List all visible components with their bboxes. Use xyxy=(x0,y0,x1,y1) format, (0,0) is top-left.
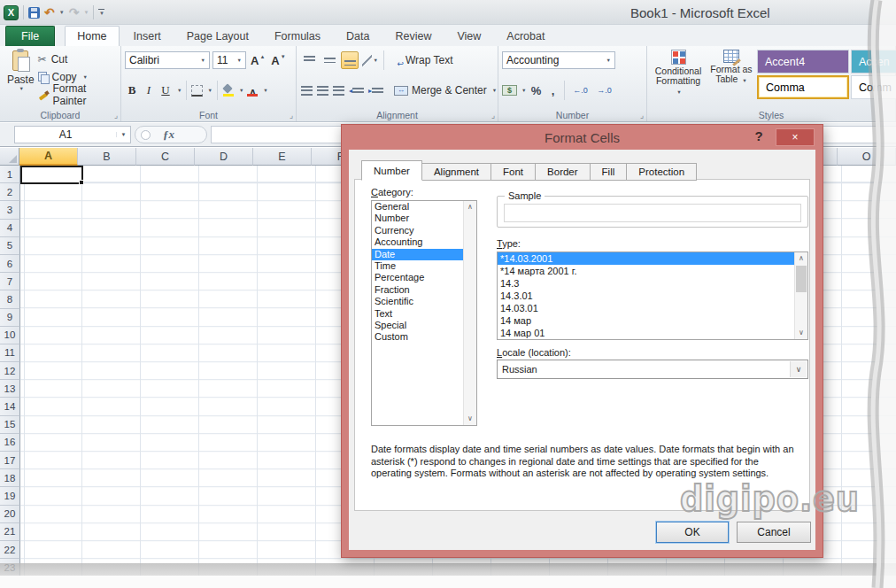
align-bottom-button[interactable] xyxy=(341,51,359,69)
undo-dropdown-icon[interactable]: ▼ xyxy=(59,10,65,15)
name-box[interactable]: A1 ▼ xyxy=(14,126,131,143)
excel-app-icon[interactable]: X xyxy=(4,5,19,20)
dialog-tab[interactable]: Fill xyxy=(591,163,628,181)
row-header[interactable]: 19 xyxy=(0,487,20,505)
scrollbar-thumb[interactable] xyxy=(796,266,807,292)
redo-dropdown-icon[interactable]: ▼ xyxy=(83,10,89,15)
paste-dropdown-icon[interactable]: ▼ xyxy=(19,86,24,91)
borders-dropdown-icon[interactable]: ▼ xyxy=(207,88,212,93)
row-header[interactable]: 4 xyxy=(0,220,20,237)
comma-style-button[interactable]: , xyxy=(545,84,560,97)
format-painter-button[interactable]: Format Painter xyxy=(38,86,117,104)
column-header[interactable]: E xyxy=(253,148,312,166)
category-item[interactable]: Accounting xyxy=(372,236,476,248)
category-scrollbar[interactable]: ∧ ∨ xyxy=(463,201,476,425)
decrease-indent-button[interactable]: ◂ xyxy=(348,81,365,99)
row-header[interactable]: 9 xyxy=(0,309,20,327)
insert-function-button[interactable]: ƒx xyxy=(163,128,174,142)
align-left-button[interactable] xyxy=(300,81,313,99)
formula-bar-collapse-button[interactable] xyxy=(141,130,151,140)
category-item[interactable]: General xyxy=(372,201,476,213)
category-item[interactable]: Number xyxy=(372,213,476,224)
alignment-dialog-launcher[interactable]: ⌟ xyxy=(491,112,495,120)
style-gallery-item[interactable]: Accen xyxy=(851,50,896,74)
save-button[interactable] xyxy=(28,7,40,19)
number-dialog-launcher[interactable]: ⌟ xyxy=(640,112,644,120)
row-header[interactable]: 22 xyxy=(0,541,20,559)
cut-button[interactable]: ✂ Cut xyxy=(38,50,117,68)
type-item[interactable]: 14.3 xyxy=(498,277,807,290)
customize-qat-button[interactable]: ▼ xyxy=(98,9,104,16)
select-all-corner[interactable] xyxy=(0,148,19,166)
fill-color-dropdown-icon[interactable]: ▼ xyxy=(239,88,243,93)
dialog-tab[interactable]: Number xyxy=(361,160,422,181)
row-header[interactable]: 7 xyxy=(0,273,20,290)
column-header[interactable]: A xyxy=(19,148,78,166)
align-center-button[interactable] xyxy=(316,81,329,99)
dialog-help-button[interactable]: ? xyxy=(750,128,768,143)
type-item[interactable]: 14 мар 01 xyxy=(498,327,807,339)
category-item[interactable]: Custom xyxy=(372,331,476,343)
increase-decimal-button[interactable]: ←.0 xyxy=(569,86,591,95)
italic-button[interactable]: I xyxy=(142,83,156,97)
row-header[interactable]: 10 xyxy=(0,327,20,344)
row-header[interactable]: 15 xyxy=(0,416,20,434)
column-header[interactable]: O xyxy=(838,148,896,166)
category-item[interactable]: Date xyxy=(372,249,476,260)
underline-button[interactable]: U xyxy=(158,83,173,97)
clipboard-dialog-launcher[interactable]: ⌟ xyxy=(114,112,118,120)
type-item[interactable]: *14 марта 2001 г. xyxy=(498,265,807,277)
ribbon-tab[interactable]: Formulas xyxy=(263,27,332,46)
row-header[interactable]: 16 xyxy=(0,434,20,452)
type-item[interactable]: 14.03.01 xyxy=(498,302,807,314)
column-header[interactable]: C xyxy=(136,148,195,166)
font-family-combo[interactable]: Calibri▼ xyxy=(125,51,210,69)
fill-color-button[interactable] xyxy=(222,84,235,97)
orientation-button[interactable]: ▼ xyxy=(361,51,379,69)
dialog-tab[interactable]: Font xyxy=(491,163,536,181)
number-format-combo[interactable]: Accounting▼ xyxy=(502,51,615,69)
increase-indent-button[interactable]: ▸ xyxy=(367,81,384,99)
ribbon-tab[interactable]: Review xyxy=(383,27,443,46)
percent-style-button[interactable]: % xyxy=(529,84,543,97)
column-header[interactable]: B xyxy=(78,148,136,166)
paste-button[interactable]: Paste ▼ xyxy=(4,49,38,107)
wrap-text-button[interactable]: ↩ Wrap Text xyxy=(389,51,454,69)
ribbon-tab[interactable]: View xyxy=(445,27,492,46)
category-item[interactable]: Percentage xyxy=(372,272,476,283)
row-header[interactable]: 5 xyxy=(0,237,20,255)
align-top-button[interactable] xyxy=(300,51,318,69)
row-header[interactable]: 6 xyxy=(0,255,20,273)
type-item[interactable]: 14.3.01 xyxy=(498,290,807,302)
ribbon-tab[interactable]: Insert xyxy=(122,27,173,46)
scroll-down-icon[interactable]: ∨ xyxy=(464,413,476,425)
format-as-table-button[interactable]: Format asTable ▼ xyxy=(706,50,757,86)
ribbon-tab[interactable]: File xyxy=(5,26,55,46)
dialog-tab[interactable]: Border xyxy=(536,163,591,181)
scroll-up-icon[interactable]: ∧ xyxy=(795,252,807,265)
category-item[interactable]: Time xyxy=(372,260,476,272)
type-listbox[interactable]: *14.03.2001*14 марта 2001 г.14.314.3.011… xyxy=(497,251,808,340)
shrink-font-button[interactable]: A▼ xyxy=(269,51,287,69)
locale-combobox[interactable]: Russian ∨ xyxy=(497,360,808,379)
align-middle-button[interactable] xyxy=(321,51,338,69)
row-header[interactable]: 8 xyxy=(0,290,20,308)
redo-button[interactable]: ↷ xyxy=(69,6,80,19)
accounting-format-button[interactable]: $ xyxy=(502,85,517,96)
dialog-close-button[interactable]: × xyxy=(776,128,815,146)
ribbon-tab[interactable]: Home xyxy=(65,26,119,47)
active-cell-A1[interactable] xyxy=(20,166,83,184)
combo-dropdown-icon[interactable]: ∨ xyxy=(790,361,807,377)
scroll-up-icon[interactable]: ∧ xyxy=(464,201,476,213)
row-header[interactable]: 1 xyxy=(0,166,20,183)
category-listbox[interactable]: GeneralNumberCurrencyAccountingDateTimeP… xyxy=(371,200,477,426)
font-color-button[interactable]: A xyxy=(246,84,259,97)
scroll-down-icon[interactable]: ∨ xyxy=(795,327,807,339)
name-box-dropdown-icon[interactable]: ▼ xyxy=(116,132,130,137)
row-header[interactable]: 14 xyxy=(0,398,20,415)
row-header[interactable]: 2 xyxy=(0,183,20,201)
ribbon-tab[interactable]: Page Layout xyxy=(175,27,260,46)
row-header[interactable]: 20 xyxy=(0,506,20,523)
style-gallery-item[interactable]: Accent4 xyxy=(757,50,849,74)
bold-button[interactable]: B xyxy=(125,83,139,97)
